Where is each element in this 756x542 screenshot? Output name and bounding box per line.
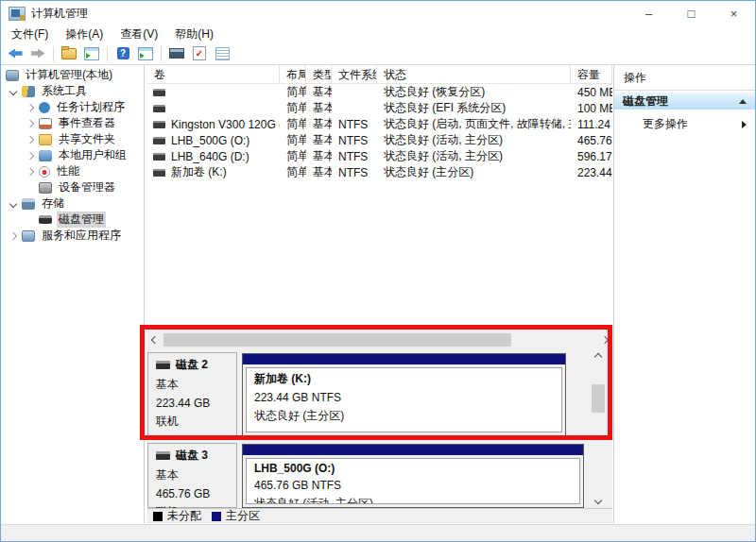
chevron-right-icon[interactable]	[26, 151, 34, 159]
chevron-right-icon[interactable]	[26, 119, 34, 127]
services-icon	[22, 230, 35, 242]
partition-label: LHB_500G (O:)	[254, 462, 572, 475]
tree-item-local-users-groups[interactable]: 本地用户和组	[1, 147, 144, 163]
back-button[interactable]	[5, 44, 26, 63]
legend-unallocated-label: 未分配	[167, 508, 201, 523]
forward-button[interactable]	[27, 44, 48, 63]
help-button[interactable]	[112, 44, 133, 63]
column-header-filesystem[interactable]: 文件系统	[332, 65, 377, 83]
toolbar-separator	[53, 46, 54, 61]
column-header-layout[interactable]: 布局	[280, 65, 306, 83]
check-status-button[interactable]	[189, 44, 210, 63]
horizontal-scrollbar[interactable]	[147, 332, 612, 347]
column-header-capacity[interactable]: 容量	[571, 65, 612, 83]
tree-item-system-tools[interactable]: 系统工具	[1, 83, 144, 99]
hscroll-thumb[interactable]	[163, 333, 511, 347]
help-icon	[117, 47, 129, 59]
tree-item-disk-management[interactable]: 磁盘管理	[1, 212, 144, 228]
red-check-icon	[193, 46, 206, 60]
column-header-type[interactable]: 类型	[306, 65, 332, 83]
volume-icon	[153, 105, 165, 112]
partition-label: 新加卷 (K:)	[254, 371, 554, 387]
disk-3-header-cell[interactable]: 磁盘 3 基本 465.76 GB 联机	[147, 443, 237, 508]
tree-item-shared-folders[interactable]: 共享文件夹	[1, 131, 144, 147]
folder-up-icon	[61, 48, 77, 59]
more-actions-item[interactable]: 更多操作	[614, 116, 755, 132]
rescan-disks-button[interactable]	[166, 44, 187, 63]
tree-item-computer-management[interactable]: 计算机管理(本地)	[1, 67, 144, 83]
chevron-right-icon[interactable]	[26, 135, 34, 143]
scroll-right-button[interactable]	[597, 332, 612, 347]
tree-item-performance[interactable]: 性能	[1, 163, 144, 179]
minimize-button[interactable]: –	[627, 1, 670, 25]
collapse-icon[interactable]	[739, 99, 747, 104]
toolbar-separator	[107, 46, 108, 61]
disk-row-2: 磁盘 2 基本 223.44 GB 联机 新加卷 (K:) 223.44 GB …	[147, 352, 584, 437]
scroll-up-button[interactable]	[591, 349, 606, 364]
volume-row-recovery[interactable]: 简单 基本 状态良好 (恢复分区) 450 MB	[147, 84, 612, 100]
disk-management-pane: 卷 布局 类型 文件系统 状态 容量 简单 基本 状态良好 (恢复分区) 450…	[147, 65, 612, 523]
chevron-right-icon[interactable]	[26, 167, 34, 175]
chevron-right-icon[interactable]	[26, 103, 34, 110]
console-tree-icon	[84, 47, 99, 60]
chevron-down-icon[interactable]	[9, 199, 17, 207]
menu-item-action[interactable]: 操作(A)	[57, 26, 112, 42]
chevron-right-icon[interactable]	[9, 231, 17, 239]
disk-2-header-cell[interactable]: 磁盘 2 基本 223.44 GB 联机	[147, 352, 237, 437]
tree-item-task-scheduler[interactable]: 任务计划程序	[1, 99, 144, 115]
primary-partition-swatch	[212, 512, 221, 521]
disk-type: 基本	[156, 377, 236, 393]
scroll-down-button[interactable]	[591, 493, 606, 508]
toolbar	[1, 42, 755, 65]
title-bar: 计算机管理 – □ ×	[1, 1, 755, 25]
partition-status: 状态良好 (活动, 主分区)	[254, 496, 572, 504]
computer-management-window: 计算机管理 – □ × 文件(F) 操作(A) 查看(V) 帮助(H) 计算机管…	[0, 0, 756, 542]
up-level-button[interactable]	[59, 44, 79, 63]
back-icon	[9, 49, 23, 59]
column-header-status[interactable]: 状态	[377, 65, 571, 83]
menu-item-help[interactable]: 帮助(H)	[166, 26, 222, 42]
close-button[interactable]: ×	[713, 1, 755, 25]
volume-table-header: 卷 布局 类型 文件系统 状态 容量	[147, 65, 612, 84]
menu-item-file[interactable]: 文件(F)	[3, 26, 57, 42]
tree-item-device-manager[interactable]: 设备管理器	[1, 179, 144, 195]
shared-folder-icon	[39, 134, 52, 145]
volume-row-efi[interactable]: 简单 基本 状态良好 (EFI 系统分区) 100 MB	[147, 100, 612, 116]
properties-button[interactable]	[212, 44, 232, 63]
disk-row-3: 磁盘 3 基本 465.76 GB 联机 LHB_500G (O:) 465.7…	[147, 443, 584, 508]
chevron-down-icon[interactable]	[9, 87, 17, 94]
show-console-tree-button[interactable]	[81, 44, 102, 63]
vscroll-thumb[interactable]	[592, 384, 605, 413]
partition-status: 状态良好 (主分区)	[254, 408, 554, 424]
partition-size: 465.76 GB NTFS	[254, 479, 572, 492]
column-header-volume[interactable]: 卷	[147, 65, 280, 83]
volume-row-o[interactable]: LHB_500G (O:) 简单 基本 NTFS 状态良好 (活动, 主分区) …	[147, 132, 612, 148]
tree-item-event-viewer[interactable]: 事件查看器	[1, 115, 144, 131]
drive-icon	[169, 48, 184, 59]
disk-management-group-header[interactable]: 磁盘管理	[614, 93, 755, 110]
volume-icon	[153, 121, 165, 128]
disk-size: 223.44 GB	[156, 397, 236, 410]
show-action-pane-button[interactable]	[135, 44, 156, 63]
tree-item-services-applications[interactable]: 服务和应用程序	[1, 228, 144, 244]
maximize-button[interactable]: □	[670, 1, 713, 25]
unallocated-swatch	[153, 512, 163, 521]
volume-row-c[interactable]: Kingston V300 120G (C:) 简单 基本 NTFS 状态良好 …	[147, 116, 612, 132]
partition-k[interactable]: 新加卷 (K:) 223.44 GB NTFS 状态良好 (主分区)	[242, 353, 566, 436]
partition-o[interactable]: LHB_500G (O:) 465.76 GB NTFS 状态良好 (活动, 主…	[242, 444, 584, 508]
action-pane-icon	[138, 47, 153, 60]
device-manager-icon	[39, 182, 52, 194]
tree-item-storage[interactable]: 存储	[1, 195, 144, 212]
forward-icon	[31, 49, 45, 59]
window-bottom-strip	[1, 524, 755, 542]
menu-item-view[interactable]: 查看(V)	[112, 26, 166, 42]
volume-table: 简单 基本 状态良好 (恢复分区) 450 MB 简单 基本 状态良好 (EFI…	[147, 84, 612, 180]
vertical-scrollbar[interactable]	[591, 349, 606, 508]
users-icon	[39, 150, 52, 161]
volume-icon	[153, 137, 165, 144]
graphical-disk-view: 磁盘 2 基本 223.44 GB 联机 新加卷 (K:) 223.44 GB …	[147, 327, 612, 508]
scroll-left-button[interactable]	[147, 332, 163, 347]
disk-type: 基本	[156, 467, 236, 483]
volume-row-k[interactable]: 新加卷 (K:) 简单 基本 NTFS 状态良好 (主分区) 223.44	[147, 164, 612, 180]
volume-row-d[interactable]: LHB_640G (D:) 简单 基本 NTFS 状态良好 (活动, 主分区) …	[147, 148, 612, 164]
